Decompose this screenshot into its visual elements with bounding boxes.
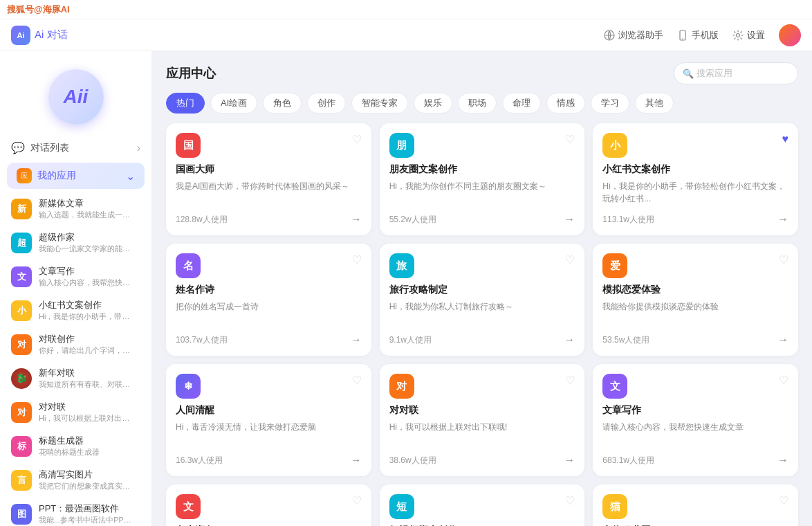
- app-icon: 小: [602, 133, 627, 158]
- sidebar-logo-area: Aii: [0, 62, 151, 136]
- sidebar-item-icon: 图: [11, 504, 32, 525]
- cat-tab-ai-draw[interactable]: AI绘画: [210, 93, 257, 114]
- app-card-awake: ❄ ♡ 人间清醒 Hi，毒舌冷漠无情，让我来做打恋爱脑 16.3w人使用 →: [166, 364, 371, 476]
- sidebar-item-article-writing[interactable]: 文 文章写作 输入核心内容，我帮您快速生...: [0, 260, 151, 293]
- sidebar-item-title: 对联创作: [39, 333, 136, 345]
- card-footer: 38.6w人使用 →: [389, 454, 575, 466]
- heart-btn[interactable]: ♡: [565, 374, 575, 387]
- sidebar-item-title: 文章写作: [39, 265, 136, 278]
- card-desc: Hi，我能为你创作不同主题的朋友圈文案～: [389, 180, 575, 206]
- card-arrow-btn[interactable]: →: [564, 334, 575, 346]
- cat-tab-entertainment[interactable]: 娱乐: [414, 93, 452, 114]
- app-card-article2: 文 ♡ 文章写作 请输入核心内容，我帮您快速生成文章 683.1w人使用 →: [593, 364, 798, 476]
- card-arrow-btn[interactable]: →: [777, 454, 788, 466]
- card-title: 对对联: [389, 404, 575, 417]
- sidebar-items-list: 新 新媒体文章 输入选题，我就能生成一篇有深... 超 超级作家 我能心一流家文…: [0, 192, 151, 526]
- sidebar-item-desc: Hi，我可以根据上联对出下联哦!: [39, 413, 136, 424]
- heart-btn[interactable]: ♡: [779, 494, 788, 507]
- sidebar-item-title-generator[interactable]: 标 标题生成器 花哨的标题生成器: [0, 429, 151, 463]
- heart-btn[interactable]: ♡: [352, 253, 362, 266]
- app-icon: 国: [176, 133, 201, 158]
- sidebar-item-ppt[interactable]: 图 PPT：最强画图软件 我能...参考书中语法中PPT最强...: [0, 497, 151, 526]
- sidebar-item-content: 标题生成器 花哨的标题生成器: [39, 435, 100, 457]
- sidebar-item-icon: 对: [11, 334, 32, 355]
- heart-btn[interactable]: ♡: [352, 374, 362, 387]
- card-arrow-btn[interactable]: →: [564, 454, 575, 466]
- sidebar-item-icon: 文: [11, 266, 32, 287]
- card-users: 53.5w人使用: [602, 334, 649, 346]
- cat-tab-role[interactable]: 角色: [263, 93, 302, 114]
- sidebar-item-new-year-couplet[interactable]: 🐉 新年对联 我知道所有有春联、对联、而且语...: [0, 361, 151, 395]
- heart-btn[interactable]: ♥: [782, 133, 788, 145]
- sidebar-item-title: 对对联: [39, 401, 136, 413]
- card-users: 55.2w人使用: [389, 214, 436, 226]
- sidebar-item-content: 新年对联 我知道所有有春联、对联、而且语...: [39, 367, 136, 390]
- card-top: 旅 ♡: [389, 253, 575, 278]
- heart-btn[interactable]: ♡: [565, 133, 575, 146]
- sidebar-item-content: 高清写实图片 我把它们的想象变成真实图像～: [39, 469, 136, 491]
- sidebar-item-icon: 标: [11, 436, 32, 457]
- sidebar-item-couplet-create[interactable]: 对 对联创作 你好，请给出几个字词，自由创...: [0, 327, 151, 361]
- sidebar-item-xiaohongshu[interactable]: 小 小红书文案创作 Hi，我是你的小助手，带你轻松...: [0, 293, 151, 327]
- cat-tab-emotion[interactable]: 情感: [546, 93, 585, 114]
- settings-btn[interactable]: 设置: [732, 29, 765, 42]
- cat-tab-other[interactable]: 其他: [635, 93, 674, 114]
- chat-list-header[interactable]: 💬 对话列表 ›: [0, 136, 151, 160]
- sidebar-item-title: 新年对联: [39, 367, 136, 379]
- my-apps-section[interactable]: 应 我的应用 ⌄: [7, 163, 145, 189]
- card-arrow-btn[interactable]: →: [351, 334, 362, 346]
- card-top: 文 ♡: [176, 494, 362, 519]
- watermark-bar: 搜狐号@海豚AI: [0, 0, 812, 19]
- browser-icon: [604, 30, 615, 41]
- heart-btn[interactable]: ♡: [565, 253, 575, 266]
- heart-btn[interactable]: ♡: [352, 133, 362, 146]
- main-layout: Aii 💬 对话列表 › 应 我的应用 ⌄ 新 新媒体文章 输入选题，我就能生成…: [0, 51, 812, 526]
- card-arrow-btn[interactable]: →: [564, 213, 575, 226]
- mobile-icon: [677, 30, 688, 41]
- cat-tab-smart-expert[interactable]: 智能专家: [351, 93, 408, 114]
- nav-right: 浏览器助手 手机版 设置: [604, 24, 801, 46]
- heart-btn[interactable]: ♡: [352, 494, 362, 507]
- mobile-version-btn[interactable]: 手机版: [677, 29, 719, 42]
- card-arrow-btn[interactable]: →: [777, 213, 788, 226]
- app-icon: 爱: [602, 253, 627, 278]
- ai-logo-icon: Ai: [11, 26, 30, 45]
- card-arrow-btn[interactable]: →: [351, 213, 362, 226]
- card-desc: 我是AI国画大师，带你跨时代体验国画的风采～: [176, 180, 362, 206]
- cat-tab-hot[interactable]: 热门: [166, 93, 205, 114]
- heart-btn[interactable]: ♡: [565, 494, 575, 507]
- sidebar-item-title: 高清写实图片: [39, 469, 136, 481]
- sidebar-item-couplet[interactable]: 对 对对联 Hi，我可以根据上联对出下联哦!: [0, 395, 151, 429]
- card-arrow-btn[interactable]: →: [351, 454, 362, 466]
- sidebar-item-icon: 新: [11, 199, 32, 219]
- cat-tab-create[interactable]: 创作: [307, 93, 346, 114]
- cat-tab-learning[interactable]: 学习: [591, 93, 629, 114]
- card-footer: 55.2w人使用 →: [389, 213, 575, 226]
- card-top: ❄ ♡: [176, 374, 362, 399]
- search-bar[interactable]: 🔍 搜索应用: [674, 62, 798, 84]
- card-top: 朋 ♡: [389, 133, 575, 158]
- avatar[interactable]: [779, 24, 801, 46]
- cat-tab-workplace[interactable]: 职场: [458, 93, 497, 114]
- sidebar-item-gaokao-writing[interactable]: 言 高清写实图片 我把它们的想象变成真实图像～: [0, 463, 151, 497]
- app-icon: 文: [602, 374, 627, 399]
- sidebar-item-new-media[interactable]: 新 新媒体文章 输入选题，我就能生成一篇有深...: [0, 192, 151, 226]
- sidebar-item-content: 新媒体文章 输入选题，我就能生成一篇有深...: [39, 197, 136, 220]
- heart-btn[interactable]: ♡: [779, 253, 788, 266]
- sidebar-item-desc: 我把它们的想象变成真实图像～: [39, 481, 136, 491]
- search-placeholder: 搜索应用: [696, 67, 732, 80]
- card-top: 小 ♥: [602, 133, 788, 158]
- browser-assistant-btn[interactable]: 浏览器助手: [604, 29, 663, 42]
- sidebar-item-icon: 小: [11, 300, 32, 321]
- card-footer: 113.1w人使用 →: [602, 213, 788, 226]
- heart-btn[interactable]: ♡: [779, 374, 788, 387]
- app-card-pet-photo: 猫 ♡ 宠物职业照: [593, 484, 798, 526]
- card-title: 小红书文案创作: [602, 163, 788, 176]
- cat-tab-fortune[interactable]: 命理: [502, 93, 541, 114]
- card-users: 16.3w人使用: [176, 455, 223, 466]
- app-icon: 猫: [602, 494, 627, 519]
- sidebar-item-super-writer[interactable]: 超 超级作家 我能心一流家文学家的能力为你的...: [0, 226, 151, 260]
- app-center-header: 应用中心 🔍 搜索应用: [166, 62, 798, 84]
- card-arrow-btn[interactable]: →: [777, 334, 788, 346]
- nav-logo[interactable]: Ai Ai 对话: [11, 26, 68, 45]
